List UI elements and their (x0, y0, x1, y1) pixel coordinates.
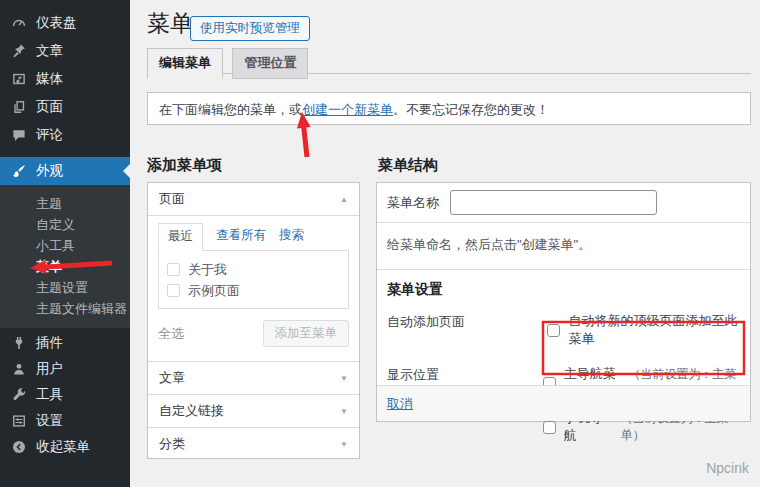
select-all-link[interactable]: 全选 (158, 325, 184, 343)
accordion-section-categories[interactable]: 分类 ▼ (148, 427, 359, 460)
sidebar-item-plugins[interactable]: 插件 (0, 330, 130, 356)
tools-icon (11, 387, 27, 403)
auto-add-pages-label: 自动添加页面 (387, 312, 547, 356)
dashboard-icon (11, 15, 27, 31)
comments-icon (11, 127, 27, 143)
menu-settings-heading: 菜单设置 (387, 281, 740, 299)
submenu-item-customize[interactable]: 自定义 (0, 214, 130, 235)
pages-subtabs: 最近 查看所有 搜索 (158, 223, 349, 250)
accordion-categories-title: 分类 (159, 435, 185, 453)
sidebar-item-label: 插件 (36, 334, 63, 352)
submenu-item-menus[interactable]: 菜单 (0, 256, 130, 277)
sidebar-item-users[interactable]: 用户 (0, 356, 130, 382)
page-item-label: 关于我 (188, 261, 227, 279)
nav-tabs: 编辑菜单 管理位置 (147, 47, 751, 74)
sidebar-item-posts[interactable]: 文章 (0, 37, 130, 65)
submenu-item-theme-settings[interactable]: 主题设置 (0, 277, 130, 298)
accordion-posts-title: 文章 (159, 369, 185, 387)
plugin-icon (11, 335, 27, 351)
submenu-item-theme-file-editor[interactable]: 主题文件编辑器 (0, 298, 130, 319)
menu-name-hint: 给菜单命名，然后点击"创建菜单"。 (377, 223, 750, 269)
edit-menu-notice: 在下面编辑您的菜单，或创建一个新菜单。不要忘记保存您的更改！ (147, 92, 751, 125)
page-checkbox[interactable] (167, 284, 180, 297)
cancel-link[interactable]: 取消 (387, 395, 413, 413)
pages-checklist: 关于我 示例页面 (158, 250, 349, 309)
sidebar-item-media[interactable]: 媒体 (0, 65, 130, 93)
create-new-menu-link[interactable]: 创建一个新菜单 (302, 102, 393, 117)
accordion-section-posts[interactable]: 文章 ▼ (148, 361, 359, 394)
sidebar-item-comments[interactable]: 评论 (0, 121, 130, 149)
add-to-menu-button[interactable]: 添加至菜单 (263, 320, 350, 347)
sidebar-item-collapse-menu[interactable]: 收起菜单 (0, 434, 130, 460)
chevron-down-icon: ▼ (340, 374, 348, 383)
collapse-icon (11, 439, 27, 455)
accordion-section-custom-links[interactable]: 自定义链接 ▼ (148, 394, 359, 427)
live-preview-button[interactable]: 使用实时预览管理 (190, 16, 310, 41)
list-item: 关于我 (167, 259, 340, 280)
subtab-view-all[interactable]: 查看所有 (216, 223, 266, 250)
sidebar-item-label: 外观 (36, 162, 63, 180)
sidebar-item-tools[interactable]: 工具 (0, 382, 130, 408)
menu-name-label: 菜单名称 (387, 194, 439, 212)
sidebar-item-dashboard[interactable]: 仪表盘 (0, 9, 130, 37)
subtab-recent[interactable]: 最近 (158, 223, 203, 251)
pushpin-icon (11, 43, 27, 59)
pages-icon (11, 99, 27, 115)
menu-structure-panel: 菜单名称 给菜单命名，然后点击"创建菜单"。 菜单设置 自动添加页面 自动将新的… (376, 182, 751, 422)
auto-add-pages-row: 自动添加页面 自动将新的顶级页面添加至此菜单 (387, 312, 740, 356)
menu-settings-section: 菜单设置 自动添加页面 自动将新的顶级页面添加至此菜单 显示位置 主导航菜单 (377, 269, 750, 453)
subtab-search[interactable]: 搜索 (279, 223, 304, 250)
notice-text-before: 在下面编辑您的菜单，或 (159, 102, 302, 117)
accordion-custom-links-title: 自定义链接 (159, 402, 224, 420)
submenu-item-widgets[interactable]: 小工具 (0, 235, 130, 256)
users-icon (11, 361, 27, 377)
accordion-section-pages[interactable]: 页面 ▲ (148, 183, 359, 215)
appearance-icon (11, 163, 27, 179)
chevron-up-icon: ▲ (340, 195, 348, 204)
list-item: 示例页面 (167, 280, 340, 301)
settings-icon (11, 413, 27, 429)
chevron-down-icon: ▼ (340, 407, 348, 416)
page-item-label: 示例页面 (188, 282, 240, 300)
tab-edit-menus[interactable]: 编辑菜单 (147, 48, 223, 79)
appearance-submenu: 主题 自定义 小工具 菜单 主题设置 主题文件编辑器 (0, 185, 130, 328)
admin-sidebar: 仪表盘 文章 媒体 页面 (0, 0, 130, 487)
tab-manage-locations[interactable]: 管理位置 (232, 48, 308, 79)
sidebar-item-pages[interactable]: 页面 (0, 93, 130, 121)
sidebar-item-appearance[interactable]: 外观 (0, 157, 130, 185)
page-title: 菜单 (147, 8, 193, 39)
add-menu-items-panel: 页面 ▲ 最近 查看所有 搜索 关于我 示例页面 全选 添加至 (147, 182, 360, 459)
sidebar-item-label: 页面 (36, 98, 63, 116)
wordpress-admin-menus-page: 仪表盘 文章 媒体 页面 (0, 0, 760, 487)
sidebar-item-label: 设置 (36, 412, 63, 430)
sidebar-item-label: 文章 (36, 42, 63, 60)
menu-name-input[interactable] (450, 190, 657, 215)
sidebar-item-label: 工具 (36, 386, 63, 404)
menu-structure-footer: 取消 (377, 385, 750, 421)
sidebar-item-label: 评论 (36, 126, 63, 144)
sidebar-item-settings[interactable]: 设置 (0, 408, 130, 434)
sidebar-item-label: 仪表盘 (36, 14, 77, 32)
mobile-nav-checkbox[interactable] (543, 421, 556, 434)
notice-text-after: 。不要忘记保存您的更改！ (393, 102, 549, 117)
pages-footer: 全选 添加至菜单 (158, 320, 349, 347)
add-menu-items-heading: 添加菜单项 (147, 156, 222, 175)
sidebar-top-group: 仪表盘 文章 媒体 页面 (0, 0, 130, 149)
sidebar-item-label: 用户 (36, 360, 63, 378)
pages-section-body: 最近 查看所有 搜索 关于我 示例页面 全选 添加至菜单 (148, 215, 359, 361)
watermark: Npcink (706, 460, 749, 476)
menu-name-row: 菜单名称 (377, 183, 750, 223)
sidebar-item-label: 媒体 (36, 70, 63, 88)
page-checkbox[interactable] (167, 263, 180, 276)
accordion-pages-title: 页面 (159, 190, 185, 208)
auto-add-checkbox[interactable] (547, 324, 560, 337)
submenu-item-themes[interactable]: 主题 (0, 193, 130, 214)
chevron-down-icon: ▼ (340, 440, 348, 449)
sidebar-bottom-group: 插件 用户 工具 设置 (0, 328, 130, 460)
menu-structure-heading: 菜单结构 (378, 156, 438, 175)
auto-add-option-text: 自动将新的顶级页面添加至此菜单 (568, 312, 740, 348)
auto-add-pages-options: 自动将新的顶级页面添加至此菜单 (547, 312, 740, 356)
media-icon (11, 71, 27, 87)
auto-add-option: 自动将新的顶级页面添加至此菜单 (547, 312, 740, 348)
sidebar-item-label: 收起菜单 (36, 438, 90, 456)
